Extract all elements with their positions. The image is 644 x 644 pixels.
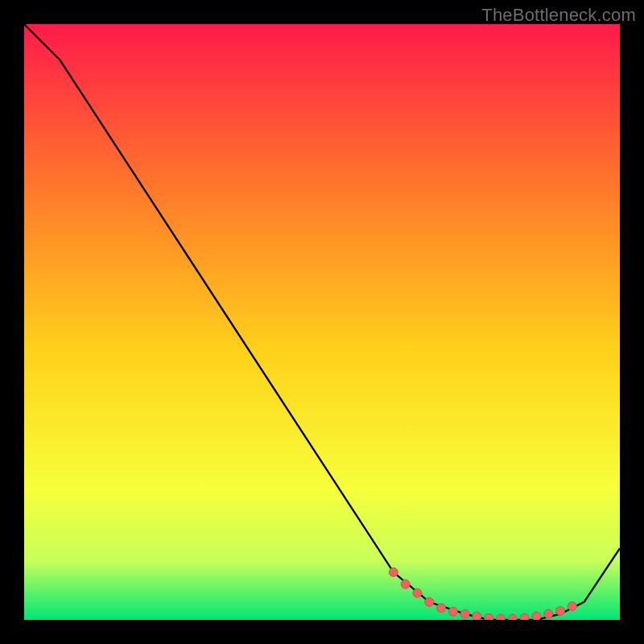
marker-dot [425, 597, 434, 606]
marker-dot [520, 613, 529, 620]
gradient-background [24, 24, 620, 620]
watermark-label: TheBottleneck.com [481, 5, 636, 26]
marker-dot [460, 609, 469, 618]
marker-dot [413, 588, 422, 597]
marker-dot [532, 612, 541, 620]
marker-dot [508, 614, 517, 620]
marker-dot [448, 607, 457, 616]
marker-dot [437, 604, 446, 613]
marker-dot [497, 614, 506, 620]
chart-frame: TheBottleneck.com [0, 0, 644, 644]
marker-dot [485, 613, 493, 620]
plot-area [24, 24, 620, 620]
marker-dot [389, 568, 398, 576]
marker-dot [473, 612, 481, 620]
marker-dot [544, 609, 553, 618]
chart-svg [24, 24, 620, 620]
marker-dot [556, 606, 565, 615]
marker-dot [568, 602, 576, 611]
marker-dot [401, 580, 410, 588]
